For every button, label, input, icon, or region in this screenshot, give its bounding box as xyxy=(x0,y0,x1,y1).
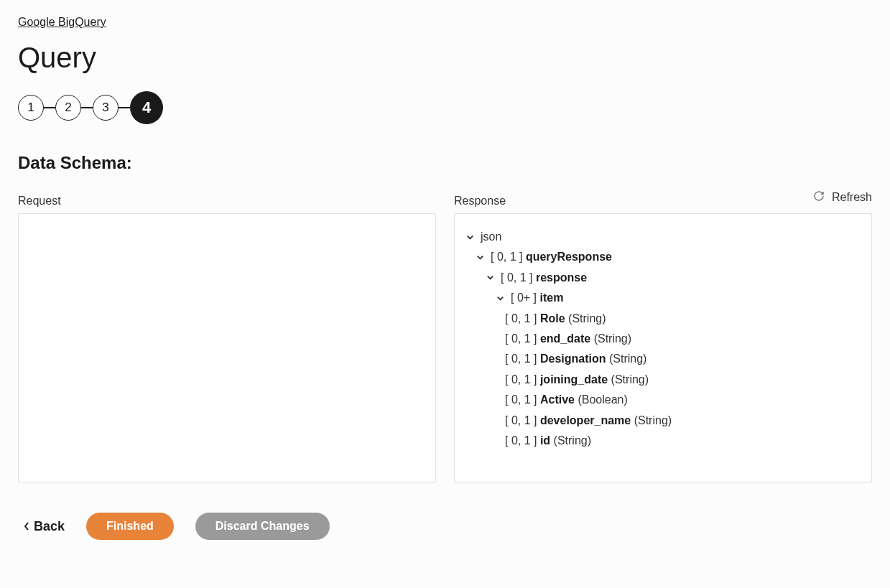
tree-node-item[interactable]: [ 0+ ] item xyxy=(465,288,861,308)
back-button[interactable]: Back xyxy=(24,519,65,534)
cardinality: [ 0, 1 ] xyxy=(505,332,537,345)
tree-leaf[interactable]: [ 0, 1 ] Designation (String) xyxy=(465,349,861,369)
field-name: end_date xyxy=(540,332,590,345)
tree-node-json[interactable]: json xyxy=(465,227,861,247)
breadcrumb-link[interactable]: Google BigQuery xyxy=(18,16,106,29)
tree-node-response[interactable]: [ 0, 1 ] response xyxy=(465,268,861,288)
field-name: developer_name xyxy=(540,414,631,426)
section-title: Data Schema: xyxy=(18,153,872,173)
step-connector xyxy=(44,107,55,108)
chevron-down-icon xyxy=(485,273,495,283)
response-label: Response xyxy=(454,195,506,207)
field-type: (String) xyxy=(554,434,591,447)
chevron-left-icon xyxy=(24,522,29,531)
stepper: 1 2 3 4 xyxy=(18,91,872,124)
cardinality: [ 0, 1 ] xyxy=(505,414,537,426)
field-name: Active xyxy=(540,393,575,406)
field-name: id xyxy=(540,434,550,447)
step-connector xyxy=(81,107,93,108)
cardinality: [ 0, 1 ] xyxy=(505,353,537,365)
step-connector xyxy=(119,107,130,108)
node-label: response xyxy=(536,271,587,284)
field-type: (String) xyxy=(634,414,672,426)
response-panel: json [ 0, 1 ] queryResponse [ 0, 1 ] res… xyxy=(454,213,872,482)
tree-leaf[interactable]: [ 0, 1 ] developer_name (String) xyxy=(465,411,861,431)
step-3[interactable]: 3 xyxy=(93,95,119,121)
field-name: Designation xyxy=(540,353,606,365)
refresh-button[interactable]: Refresh xyxy=(813,190,872,207)
field-type: (String) xyxy=(568,312,606,325)
tree-leaf[interactable]: [ 0, 1 ] id (String) xyxy=(465,431,861,451)
finished-button[interactable]: Finished xyxy=(86,513,174,540)
request-panel xyxy=(18,213,436,482)
cardinality: [ 0, 1 ] xyxy=(505,434,537,447)
tree-leaf[interactable]: [ 0, 1 ] Active (Boolean) xyxy=(465,390,861,410)
page-title: Query xyxy=(18,42,872,74)
field-name: Role xyxy=(540,312,565,325)
chevron-down-icon xyxy=(495,293,505,303)
back-label: Back xyxy=(34,519,65,534)
node-label: item xyxy=(539,291,563,304)
tree-leaf[interactable]: [ 0, 1 ] end_date (String) xyxy=(465,329,861,349)
field-name: joining_date xyxy=(540,373,608,386)
tree-leaf[interactable]: [ 0, 1 ] Role (String) xyxy=(465,309,861,329)
refresh-icon xyxy=(813,190,825,205)
chevron-down-icon xyxy=(475,253,485,263)
cardinality: [ 0, 1 ] xyxy=(501,271,532,284)
chevron-down-icon xyxy=(465,232,475,242)
cardinality: [ 0, 1 ] xyxy=(505,393,537,406)
node-label: queryResponse xyxy=(526,251,612,263)
field-type: (String) xyxy=(594,332,631,345)
cardinality: [ 0, 1 ] xyxy=(491,251,522,263)
node-label: json xyxy=(481,229,501,245)
cardinality: [ 0, 1 ] xyxy=(505,312,537,325)
schema-tree: json [ 0, 1 ] queryResponse [ 0, 1 ] res… xyxy=(455,214,871,482)
refresh-label: Refresh xyxy=(832,191,872,204)
cardinality: [ 0, 1 ] xyxy=(505,373,537,386)
tree-leaf[interactable]: [ 0, 1 ] joining_date (String) xyxy=(465,370,861,390)
field-type: (String) xyxy=(609,353,646,365)
discard-button[interactable]: Discard Changes xyxy=(195,513,330,540)
step-2[interactable]: 2 xyxy=(55,95,81,121)
field-type: (String) xyxy=(611,373,649,386)
step-4[interactable]: 4 xyxy=(130,91,163,124)
request-label: Request xyxy=(18,195,436,207)
field-type: (Boolean) xyxy=(578,393,627,406)
cardinality: [ 0+ ] xyxy=(511,291,537,304)
tree-node-queryresponse[interactable]: [ 0, 1 ] queryResponse xyxy=(465,247,861,267)
step-1[interactable]: 1 xyxy=(18,95,44,121)
